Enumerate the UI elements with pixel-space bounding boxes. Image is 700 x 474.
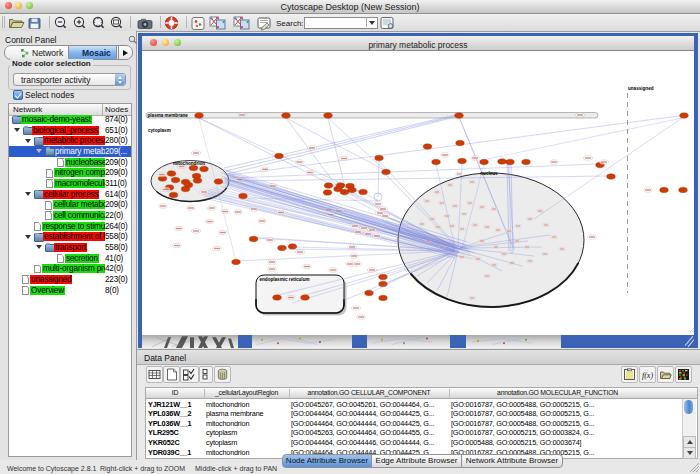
svg-text:nucleus: nucleus <box>480 171 498 176</box>
svg-text:plasma membrane: plasma membrane <box>148 113 189 118</box>
svg-text:endoplasmic reticulum: endoplasmic reticulum <box>260 277 310 282</box>
svg-text:f(x): f(x) <box>641 370 652 379</box>
svg-text:mitochondrion: mitochondrion <box>173 161 205 166</box>
svg-text:cytoplasm: cytoplasm <box>148 128 171 133</box>
svg-text:unassigned: unassigned <box>628 86 654 91</box>
